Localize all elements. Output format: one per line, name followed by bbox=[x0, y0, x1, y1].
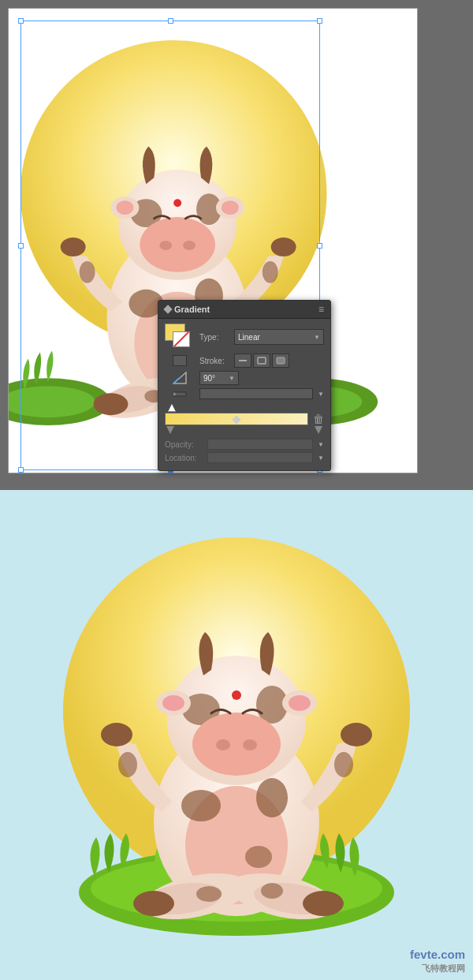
panel-header: Gradient ≡ bbox=[158, 301, 330, 319]
svg-point-71 bbox=[232, 690, 241, 700]
panel-title-area: Gradient bbox=[165, 305, 210, 314]
svg-point-21 bbox=[271, 238, 296, 256]
top-workspace: Gradient ≡ Type: Linear ▼ bbox=[0, 0, 473, 490]
svg-line-38 bbox=[173, 378, 179, 383]
angle-input[interactable]: 90° ▼ bbox=[199, 371, 239, 385]
watermark-subtitle: 飞特教程网 bbox=[410, 963, 465, 974]
reverse-row: ▼ bbox=[165, 388, 324, 399]
type-select[interactable]: Linear ▼ bbox=[234, 329, 324, 345]
stroke-icon bbox=[173, 355, 187, 366]
opacity-row: Opacity: ▼ bbox=[165, 439, 324, 450]
type-value: Linear bbox=[238, 333, 260, 342]
opacity-slider[interactable] bbox=[207, 439, 313, 450]
svg-point-18 bbox=[80, 261, 95, 283]
gradient-bar-container: 🗑 bbox=[165, 404, 324, 434]
svg-point-32 bbox=[173, 199, 181, 207]
gradient-panel: Gradient ≡ Type: Linear ▼ bbox=[158, 300, 331, 471]
stroke-buttons bbox=[234, 353, 289, 368]
svg-point-48 bbox=[245, 846, 272, 868]
svg-point-67 bbox=[289, 695, 311, 711]
gradient-stop-bottom-right[interactable] bbox=[315, 426, 322, 434]
stroke-btn-2[interactable] bbox=[253, 353, 270, 368]
svg-rect-35 bbox=[277, 357, 285, 364]
gradient-stop-bottom-left[interactable] bbox=[166, 426, 174, 434]
type-row: Type: Linear ▼ bbox=[165, 324, 324, 350]
delete-stop-button[interactable]: 🗑 bbox=[313, 413, 324, 425]
svg-point-65 bbox=[162, 695, 184, 711]
stroke-label: Stroke: bbox=[199, 357, 231, 365]
svg-point-58 bbox=[101, 723, 132, 746]
svg-point-70 bbox=[243, 739, 257, 750]
watermark-site: fevte.com bbox=[410, 947, 465, 963]
gradient-stop-top-left[interactable] bbox=[168, 404, 176, 412]
watermark: fevte.com 飞特教程网 bbox=[410, 947, 465, 974]
svg-point-54 bbox=[261, 883, 283, 899]
svg-point-26 bbox=[116, 200, 133, 215]
reverse-bar[interactable] bbox=[199, 388, 313, 399]
svg-point-30 bbox=[159, 241, 172, 250]
stroke-btn-3[interactable] bbox=[272, 353, 289, 368]
opacity-arrow: ▼ bbox=[318, 441, 324, 448]
svg-point-46 bbox=[181, 790, 221, 821]
gradient-midpoint[interactable] bbox=[232, 415, 240, 424]
svg-rect-34 bbox=[258, 357, 266, 364]
svg-point-20 bbox=[263, 261, 278, 283]
reverse-arrow: ▼ bbox=[318, 391, 324, 398]
gradient-bar[interactable] bbox=[165, 413, 308, 425]
svg-point-19 bbox=[61, 238, 86, 256]
angle-row: 90° ▼ bbox=[165, 371, 324, 385]
angle-icon bbox=[173, 372, 187, 384]
location-row: Location: ▼ bbox=[165, 452, 324, 463]
location-label: Location: bbox=[165, 454, 204, 462]
bottom-workspace: fevte.com 飞特教程网 bbox=[0, 490, 473, 980]
svg-point-69 bbox=[216, 739, 230, 750]
type-dropdown-arrow: ▼ bbox=[314, 334, 320, 341]
svg-point-59 bbox=[334, 752, 353, 777]
type-label: Type: bbox=[199, 333, 231, 342]
stroke-row: Stroke: bbox=[165, 353, 324, 368]
svg-point-68 bbox=[192, 713, 281, 776]
panel-body: Type: Linear ▼ Stroke: bbox=[158, 319, 330, 470]
svg-point-14 bbox=[94, 393, 128, 415]
panel-icon bbox=[163, 305, 172, 313]
gradient-swatch-2[interactable] bbox=[173, 331, 190, 347]
svg-point-57 bbox=[118, 752, 137, 777]
stroke-btn-1[interactable] bbox=[234, 353, 251, 368]
location-slider[interactable] bbox=[207, 452, 313, 463]
svg-point-60 bbox=[341, 723, 372, 746]
svg-point-31 bbox=[183, 241, 196, 250]
opacity-label: Opacity: bbox=[165, 440, 204, 449]
svg-point-29 bbox=[140, 217, 215, 272]
reverse-icon bbox=[173, 388, 187, 399]
cow-illustration-bottom bbox=[0, 490, 473, 980]
svg-point-28 bbox=[222, 200, 239, 215]
angle-value: 90° bbox=[203, 374, 215, 383]
location-arrow: ▼ bbox=[318, 454, 324, 462]
svg-point-56 bbox=[303, 891, 344, 916]
svg-point-55 bbox=[133, 891, 174, 916]
svg-point-53 bbox=[196, 886, 222, 902]
panel-menu-icon[interactable]: ≡ bbox=[318, 304, 324, 315]
angle-dropdown: ▼ bbox=[229, 375, 235, 382]
panel-title-text: Gradient bbox=[174, 305, 210, 314]
svg-rect-33 bbox=[239, 360, 247, 361]
svg-point-47 bbox=[256, 778, 288, 817]
